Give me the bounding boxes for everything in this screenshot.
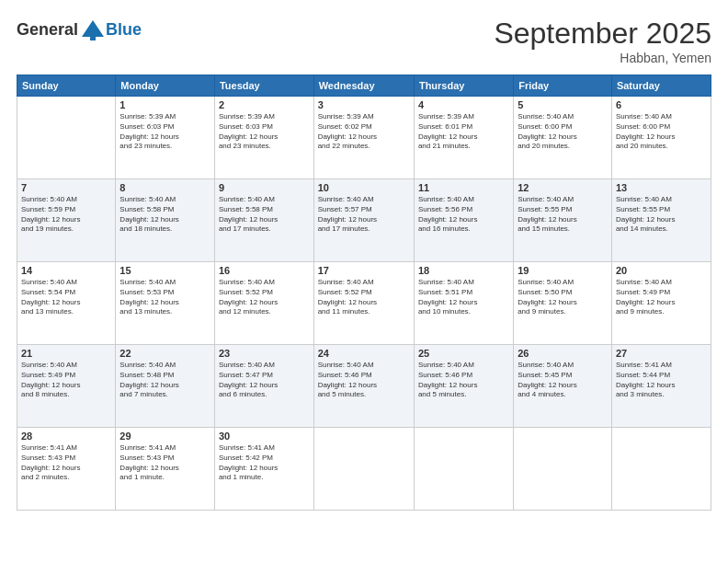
cell-info: Sunrise: 5:40 AM Sunset: 5:57 PM Dayligh… [318,195,410,235]
month-title: September 2025 [494,17,711,51]
cell-info: Sunrise: 5:40 AM Sunset: 5:53 PM Dayligh… [119,278,210,317]
day-number: 8 [119,182,210,193]
cell-info: Sunrise: 5:40 AM Sunset: 6:00 PM Dayligh… [616,112,707,152]
table-row: 19Sunrise: 5:40 AM Sunset: 5:50 PM Dayli… [514,262,612,345]
col-monday: Monday [116,75,215,97]
cell-info: Sunrise: 5:40 AM Sunset: 5:48 PM Dayligh… [119,361,210,400]
table-row: 25Sunrise: 5:40 AM Sunset: 5:46 PM Dayli… [414,345,513,428]
day-number: 17 [318,265,410,276]
logo: General Blue [17,17,142,42]
day-number: 10 [318,182,410,193]
day-number: 12 [518,182,608,193]
table-row: 1Sunrise: 5:39 AM Sunset: 6:03 PM Daylig… [116,97,215,179]
day-number: 28 [21,431,111,442]
calendar-table: Sunday Monday Tuesday Wednesday Thursday… [17,75,711,511]
logo-blue-text: Blue [106,20,142,40]
day-number: 6 [616,99,707,110]
table-row: 21Sunrise: 5:40 AM Sunset: 5:49 PM Dayli… [17,345,116,428]
calendar-week-row: 14Sunrise: 5:40 AM Sunset: 5:54 PM Dayli… [17,262,711,345]
svg-rect-1 [90,37,96,40]
day-number: 9 [219,182,310,193]
title-block: September 2025 Habban, Yemen [494,17,711,65]
cell-info: Sunrise: 5:40 AM Sunset: 5:49 PM Dayligh… [616,278,707,317]
table-row: 11Sunrise: 5:40 AM Sunset: 5:56 PM Dayli… [414,179,513,262]
cell-info: Sunrise: 5:40 AM Sunset: 5:46 PM Dayligh… [318,361,410,400]
day-number: 26 [518,348,608,359]
cell-info: Sunrise: 5:41 AM Sunset: 5:44 PM Dayligh… [616,361,707,400]
day-number: 4 [418,99,509,110]
table-row: 16Sunrise: 5:40 AM Sunset: 5:52 PM Dayli… [214,262,313,345]
day-number: 25 [418,348,509,359]
cell-info: Sunrise: 5:40 AM Sunset: 5:50 PM Dayligh… [518,278,608,317]
table-row: 13Sunrise: 5:40 AM Sunset: 5:55 PM Dayli… [611,179,711,262]
logo-icon [80,17,106,42]
table-row: 18Sunrise: 5:40 AM Sunset: 5:51 PM Dayli… [414,262,513,345]
cell-info: Sunrise: 5:41 AM Sunset: 5:42 PM Dayligh… [219,443,310,483]
day-number: 2 [219,99,310,110]
table-row: 29Sunrise: 5:41 AM Sunset: 5:43 PM Dayli… [116,428,215,511]
cell-info: Sunrise: 5:39 AM Sunset: 6:03 PM Dayligh… [119,112,210,152]
day-number: 13 [616,182,707,193]
logo-general-text: General [17,20,78,40]
svg-marker-0 [82,20,104,37]
day-number: 23 [219,348,310,359]
table-row: 15Sunrise: 5:40 AM Sunset: 5:53 PM Dayli… [116,262,215,345]
day-number: 30 [219,431,310,442]
calendar-week-row: 7Sunrise: 5:40 AM Sunset: 5:59 PM Daylig… [17,179,711,262]
page: General Blue September 2025 Habban, Yeme… [0,0,728,563]
table-row: 22Sunrise: 5:40 AM Sunset: 5:48 PM Dayli… [116,345,215,428]
day-number: 21 [21,348,111,359]
day-number: 14 [21,265,111,276]
day-number: 5 [518,99,608,110]
table-row: 28Sunrise: 5:41 AM Sunset: 5:43 PM Dayli… [17,428,116,511]
cell-info: Sunrise: 5:41 AM Sunset: 5:43 PM Dayligh… [119,443,210,483]
day-number: 15 [119,265,210,276]
table-row [414,428,513,511]
table-row [17,97,116,179]
table-row: 23Sunrise: 5:40 AM Sunset: 5:47 PM Dayli… [214,345,313,428]
table-row: 5Sunrise: 5:40 AM Sunset: 6:00 PM Daylig… [514,97,612,179]
table-row [313,428,414,511]
cell-info: Sunrise: 5:40 AM Sunset: 6:00 PM Dayligh… [518,112,608,152]
table-row: 27Sunrise: 5:41 AM Sunset: 5:44 PM Dayli… [611,345,711,428]
table-row [514,428,612,511]
col-friday: Friday [514,75,612,97]
cell-info: Sunrise: 5:40 AM Sunset: 5:58 PM Dayligh… [219,195,310,235]
cell-info: Sunrise: 5:40 AM Sunset: 5:47 PM Dayligh… [219,361,310,400]
table-row: 30Sunrise: 5:41 AM Sunset: 5:42 PM Dayli… [214,428,313,511]
col-wednesday: Wednesday [313,75,414,97]
cell-info: Sunrise: 5:40 AM Sunset: 5:51 PM Dayligh… [418,278,509,317]
day-number: 7 [21,182,111,193]
cell-info: Sunrise: 5:40 AM Sunset: 5:52 PM Dayligh… [318,278,410,317]
cell-info: Sunrise: 5:39 AM Sunset: 6:01 PM Dayligh… [418,112,509,152]
day-number: 24 [318,348,410,359]
cell-info: Sunrise: 5:40 AM Sunset: 5:58 PM Dayligh… [119,195,210,235]
table-row: 2Sunrise: 5:39 AM Sunset: 6:03 PM Daylig… [214,97,313,179]
col-sunday: Sunday [17,75,116,97]
col-thursday: Thursday [414,75,513,97]
cell-info: Sunrise: 5:39 AM Sunset: 6:02 PM Dayligh… [318,112,410,152]
cell-info: Sunrise: 5:40 AM Sunset: 5:49 PM Dayligh… [21,361,111,400]
header: General Blue September 2025 Habban, Yeme… [17,17,711,65]
cell-info: Sunrise: 5:40 AM Sunset: 5:54 PM Dayligh… [21,278,111,317]
table-row: 24Sunrise: 5:40 AM Sunset: 5:46 PM Dayli… [313,345,414,428]
day-number: 1 [119,99,210,110]
table-row: 7Sunrise: 5:40 AM Sunset: 5:59 PM Daylig… [17,179,116,262]
col-saturday: Saturday [611,75,711,97]
table-row: 9Sunrise: 5:40 AM Sunset: 5:58 PM Daylig… [214,179,313,262]
day-number: 16 [219,265,310,276]
table-row: 3Sunrise: 5:39 AM Sunset: 6:02 PM Daylig… [313,97,414,179]
table-row: 10Sunrise: 5:40 AM Sunset: 5:57 PM Dayli… [313,179,414,262]
cell-info: Sunrise: 5:40 AM Sunset: 5:55 PM Dayligh… [616,195,707,235]
cell-info: Sunrise: 5:40 AM Sunset: 5:52 PM Dayligh… [219,278,310,317]
day-number: 27 [616,348,707,359]
calendar-week-row: 1Sunrise: 5:39 AM Sunset: 6:03 PM Daylig… [17,97,711,179]
cell-info: Sunrise: 5:41 AM Sunset: 5:43 PM Dayligh… [21,443,111,483]
table-row: 4Sunrise: 5:39 AM Sunset: 6:01 PM Daylig… [414,97,513,179]
table-row [611,428,711,511]
table-row: 12Sunrise: 5:40 AM Sunset: 5:55 PM Dayli… [514,179,612,262]
day-number: 11 [418,182,509,193]
cell-info: Sunrise: 5:40 AM Sunset: 5:55 PM Dayligh… [518,195,608,235]
day-number: 20 [616,265,707,276]
day-number: 19 [518,265,608,276]
